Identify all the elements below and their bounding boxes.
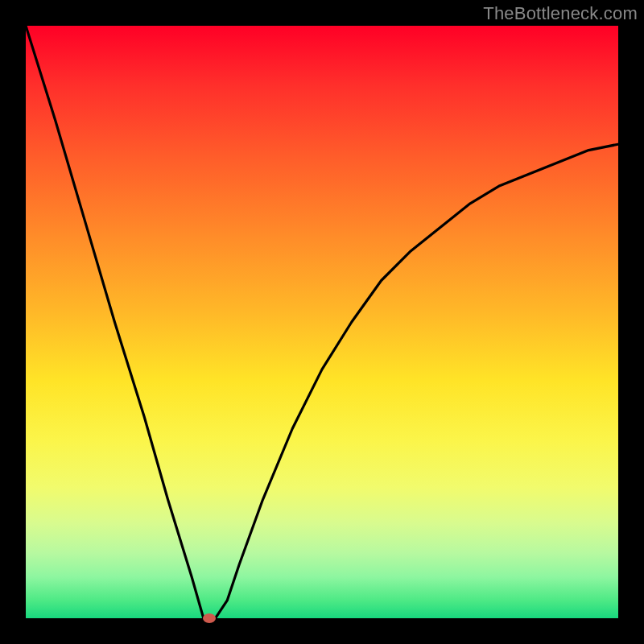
optimum-marker bbox=[203, 613, 216, 623]
bottleneck-curve bbox=[26, 26, 618, 618]
watermark-text: TheBottleneck.com bbox=[483, 3, 638, 24]
chart-frame: TheBottleneck.com bbox=[0, 0, 644, 644]
plot-area bbox=[26, 26, 618, 618]
